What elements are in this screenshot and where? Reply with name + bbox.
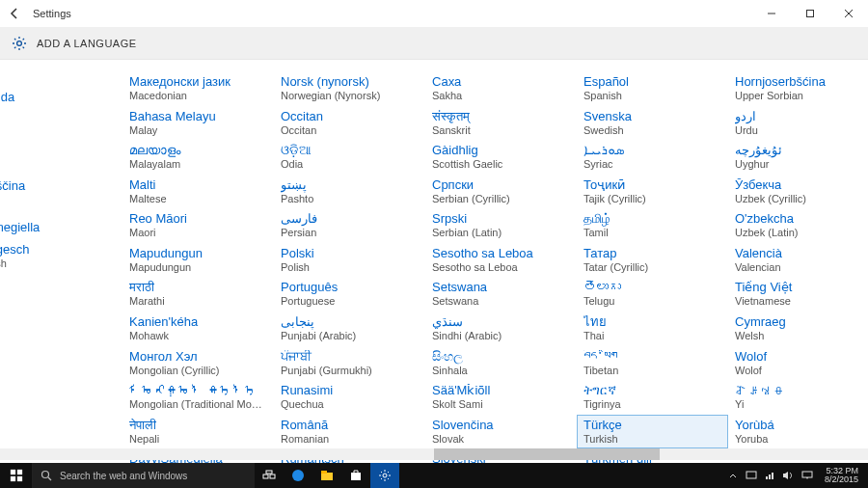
language-item[interactable]: [0, 152, 122, 160]
language-item[interactable]: CymraegWelsh: [728, 312, 868, 346]
language-item[interactable]: پنجابیPunjabi (Arabic): [274, 312, 425, 346]
language-english-name: Romanian: [281, 433, 419, 446]
language-native-name: O'zbekcha: [735, 212, 868, 227]
scrollbar-thumb[interactable]: [434, 448, 660, 460]
language-item[interactable]: СахаSakha: [425, 71, 577, 106]
language-english-name: Uzbek (Cyrillic): [735, 193, 868, 205]
language-item[interactable]: ᠮᠣᠩᠭᠣᠯ ᠬᠡᠯᠡMongolian (Traditional Mongol…: [122, 380, 274, 415]
language-item[interactable]: नेपालीNepali: [122, 415, 274, 449]
language-item[interactable]: ТоҷикӣTajik (Cyrillic): [577, 175, 728, 209]
language-item[interactable]: [0, 129, 122, 137]
language-native-name: ئۇيغۇرچە: [735, 144, 868, 158]
language-item[interactable]: erbščinan: [0, 176, 122, 210]
language-item[interactable]: Reo MāoriMaori: [122, 208, 274, 243]
language-item[interactable]: MapudungunMapudungun: [122, 243, 274, 278]
language-item[interactable]: [0, 71, 122, 79]
language-item[interactable]: Sámegiella: [0, 217, 122, 239]
language-english-name: Marathi: [129, 295, 267, 308]
language-item[interactable]: TürkçeTurkish: [577, 415, 728, 449]
language-item[interactable]: СрпскиSerbian (Cyrillic): [425, 175, 577, 209]
language-english-name: Tibetan: [583, 365, 721, 377]
language-item[interactable]: [0, 122, 122, 129]
language-item[interactable]: ਪੰਜਾਬੀPunjabi (Gurmukhi): [274, 346, 425, 381]
language-native-name: ᠮᠣᠩᠭᠣᠯ ᠬᠡᠯᠡ: [129, 384, 267, 398]
language-english-name: Portuguese: [281, 295, 419, 308]
language-item[interactable]: ValenciàValencian: [728, 243, 868, 278]
horizontal-scrollbar[interactable]: [0, 447, 868, 461]
language-native-name: Cymraeg: [735, 315, 868, 330]
maximize-button[interactable]: [791, 0, 829, 27]
language-item[interactable]: Sesotho sa LeboaSesotho sa Leboa: [425, 243, 577, 278]
language-item[interactable]: [0, 160, 122, 168]
language-item[interactable]: PortuguêsPortuguese: [274, 277, 425, 312]
language-native-name: Norsk (nynorsk): [281, 75, 419, 90]
language-item[interactable]: Монгол ХэлMongolian (Cyrillic): [122, 346, 274, 381]
language-item[interactable]: EspañolSpanish: [577, 71, 728, 106]
language-item[interactable]: SlovenčinaSlovak: [425, 415, 577, 449]
language-item[interactable]: മലയാളംMalayalam: [122, 140, 274, 175]
language-item[interactable]: ትግርኛTigrinya: [577, 380, 728, 415]
language-english-name: Malay: [129, 124, 267, 137]
language-item[interactable]: O'zbekchaUzbek (Latin): [728, 208, 868, 243]
language-item[interactable]: SvenskaSwedish: [577, 106, 728, 141]
language-item[interactable]: uergeschurgish: [0, 239, 122, 274]
language-item[interactable]: [0, 79, 122, 87]
language-item[interactable]: ئۇيغۇرچەUyghur: [728, 140, 868, 175]
language-column: wandalierbščinanSámegiellauergeschurgish: [0, 71, 122, 463]
language-english-name: Skolt Sami: [432, 398, 570, 411]
language-english-name: Swedish: [583, 124, 721, 137]
language-item[interactable]: فارسیPersian: [274, 208, 425, 243]
language-native-name: Polski: [281, 247, 419, 261]
language-item[interactable]: Norsk (nynorsk)Norwegian (Nynorsk): [274, 71, 425, 106]
language-item[interactable]: WolofWolof: [728, 346, 868, 381]
language-item[interactable]: Македонски јазикMacedonian: [122, 71, 274, 106]
language-item[interactable]: Kanien'kéhaMohawk: [122, 312, 274, 346]
language-item[interactable]: Sää'MǩiõllSkolt Sami: [425, 380, 577, 415]
language-item[interactable]: پښتوPashto: [274, 175, 425, 209]
language-native-name: ไทย: [583, 315, 721, 330]
language-item[interactable]: [0, 137, 122, 145]
language-item[interactable]: संस्कृतम्Sanskrit: [425, 106, 577, 141]
language-item[interactable]: OccitanOccitan: [274, 106, 425, 141]
language-native-name: Tiếng Việt: [735, 281, 868, 295]
language-item[interactable]: ТатарTatar (Cyrillic): [577, 243, 728, 278]
language-item[interactable]: తెలుగుTelugu: [577, 277, 728, 312]
language-item[interactable]: RomânăRomanian: [274, 415, 425, 449]
back-button[interactable]: [8, 6, 23, 21]
language-item[interactable]: سنڌيSindhi (Arabic): [425, 312, 577, 346]
language-item[interactable]: Tiếng ViệtVietnamese: [728, 277, 868, 312]
language-item[interactable]: HornjoserbšćinaUpper Sorbian: [728, 71, 868, 106]
language-item[interactable]: اردوUrdu: [728, 106, 868, 141]
language-english-name: Uyghur: [735, 158, 868, 171]
language-item[interactable]: PolskiPolish: [274, 243, 425, 278]
language-item[interactable]: [0, 145, 122, 152]
language-item[interactable]: मराठीMarathi: [122, 277, 274, 312]
minimize-button[interactable]: [752, 0, 791, 27]
close-button[interactable]: [829, 0, 868, 27]
language-item[interactable]: YorùbáYoruba: [728, 415, 868, 449]
language-item[interactable]: ไทยThai: [577, 312, 728, 346]
svg-rect-0: [807, 11, 814, 17]
language-item[interactable]: ܣܘܪܝܝܐSyriac: [577, 140, 728, 175]
language-item[interactable]: ଓଡ଼ିଆOdia: [274, 140, 425, 175]
language-item[interactable]: [0, 168, 122, 176]
language-item[interactable]: ꆈꌠꁱꂷYi: [728, 380, 868, 415]
language-item[interactable]: MaltiMaltese: [122, 175, 274, 209]
language-item[interactable]: ЎзбекчаUzbek (Cyrillic): [728, 175, 868, 209]
language-item[interactable]: བོད་ཡིགTibetan: [577, 346, 728, 381]
language-english-name: Upper Sorbian: [735, 90, 868, 102]
language-item[interactable]: GàidhligScottish Gaelic: [425, 140, 577, 175]
language-item[interactable]: Bahasa MelayuMalay: [122, 106, 274, 141]
language-native-name: Тоҷикӣ: [583, 178, 721, 193]
language-item[interactable]: wandali: [0, 87, 122, 122]
language-item[interactable]: [0, 209, 122, 217]
language-item[interactable]: தமிழ்Tamil: [577, 208, 728, 243]
language-english-name: Urdu: [735, 124, 868, 137]
language-item[interactable]: සිංහලSinhala: [425, 346, 577, 381]
language-item[interactable]: SetswanaSetswana: [425, 277, 577, 312]
language-english-name: Polish: [281, 261, 419, 274]
language-item[interactable]: RunasimiQuechua: [274, 380, 425, 415]
language-item[interactable]: SrpskiSerbian (Latin): [425, 208, 577, 243]
language-english-name: Slovak: [432, 433, 570, 446]
language-native-name: Setswana: [432, 281, 570, 295]
